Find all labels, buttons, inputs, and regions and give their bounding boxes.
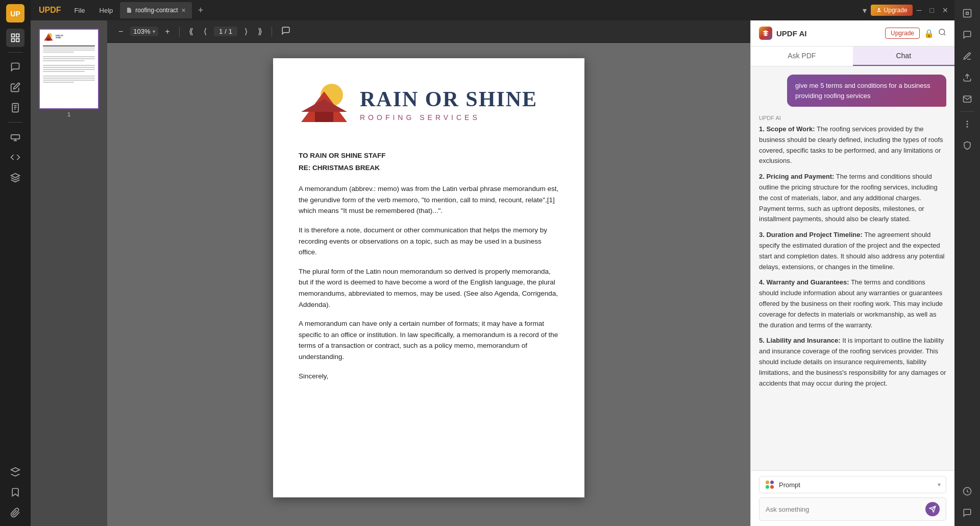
ai-upgrade-button[interactable]: Upgrade: [885, 28, 920, 39]
last-page-button[interactable]: ⟫: [255, 25, 265, 38]
far-icon-ai[interactable]: [958, 482, 976, 500]
far-icon-protect[interactable]: [958, 136, 976, 155]
prompt-label: Prompt: [779, 481, 934, 489]
svg-point-29: [967, 124, 968, 125]
tab-bar-right: ▾ Upgrade: [863, 5, 913, 16]
tab-bar-left: UPDF File Help: [35, 5, 118, 16]
ask-input-area: [759, 497, 946, 521]
svg-text:UP: UP: [10, 10, 20, 18]
memo-to: TO RAIN OR SHINE STAFF: [299, 150, 559, 161]
pdf-body: TO RAIN OR SHINE STAFF RE: CHRISTMAS BRE…: [299, 150, 559, 381]
far-icon-email[interactable]: [958, 90, 976, 108]
updf-logo: UPDF: [35, 6, 65, 15]
far-icon-sign[interactable]: [958, 47, 976, 65]
ai-tabs: Ask PDF Chat: [751, 46, 954, 66]
prompt-selector[interactable]: Prompt ▾: [759, 476, 946, 493]
ask-input[interactable]: [766, 506, 921, 513]
far-icon-more[interactable]: [958, 115, 976, 133]
tab-dropdown-icon[interactable]: ▾: [863, 6, 867, 15]
ai-message-body: 1. Scope of Work: The roofing services p…: [759, 124, 946, 389]
ai-header-right: Upgrade 🔒: [885, 28, 946, 39]
ai-lock-icon[interactable]: 🔒: [924, 29, 934, 38]
thumbnail-page-1: RAIN ORSHINE: [39, 29, 99, 109]
content-area: RAIN ORSHINE: [31, 20, 954, 526]
main-area: UPDF File Help roofing-contract ✕ + ▾ Up…: [31, 0, 954, 526]
svg-point-28: [967, 121, 968, 122]
maximize-button[interactable]: □: [928, 4, 936, 16]
company-name: RAIN OR SHINE: [360, 87, 537, 111]
paragraph-2: It is therefore a note, document or othe…: [299, 225, 559, 258]
far-icon-export[interactable]: [958, 4, 976, 22]
zoom-dropdown-icon[interactable]: ▾: [153, 29, 155, 34]
tab-ask-pdf[interactable]: Ask PDF: [751, 46, 853, 66]
prev-page-button[interactable]: ⟨: [201, 25, 210, 38]
tab-bar: UPDF File Help roofing-contract ✕ + ▾ Up…: [31, 0, 954, 20]
upgrade-btn-label: Upgrade: [884, 7, 908, 14]
pdf-toolbar: − 103% ▾ + ⟪ ⟨ 1 / 1 ⟩ ⟫: [107, 20, 750, 43]
tab-close-icon[interactable]: ✕: [181, 7, 186, 14]
ai-logo: UPDF AI: [759, 27, 806, 40]
ai-item3-title: 3. Duration and Project Timeline:: [759, 231, 863, 238]
tab-chat[interactable]: Chat: [853, 46, 955, 66]
zoom-in-button[interactable]: +: [162, 25, 173, 38]
pdf-document-area[interactable]: RAIN OR SHINE ROOFING SERVICES TO RAIN O…: [107, 43, 750, 526]
far-icon-chat[interactable]: [958, 504, 976, 522]
user-message: give me 5 terms and conditions for a bus…: [787, 75, 946, 107]
ask-send-button[interactable]: [925, 502, 940, 516]
sidebar-item-bookmark[interactable]: [6, 483, 24, 501]
svg-rect-17: [47, 38, 51, 41]
ai-chat-area[interactable]: give me 5 terms and conditions for a bus…: [751, 66, 954, 470]
tab-add-button[interactable]: +: [194, 3, 208, 18]
pdf-viewer: − 103% ▾ + ⟪ ⟨ 1 / 1 ⟩ ⟫: [107, 20, 750, 526]
left-sidebar: UP: [0, 0, 31, 526]
svg-point-30: [967, 127, 968, 128]
svg-rect-4: [12, 39, 15, 42]
toolbar-sep-2: [272, 27, 272, 37]
active-tab[interactable]: roofing-contract ✕: [120, 2, 191, 18]
far-right-sidebar: [954, 0, 980, 526]
svg-rect-2: [12, 34, 15, 37]
prompt-chevron-icon: ▾: [938, 481, 941, 488]
sidebar-item-pages[interactable]: [6, 99, 24, 117]
zoom-control[interactable]: 103% ▾: [130, 27, 158, 36]
sidebar-item-thumbnail[interactable]: [6, 29, 24, 47]
far-icon-comment[interactable]: [958, 26, 976, 44]
next-page-button[interactable]: ⟩: [241, 25, 251, 38]
ai-panel: UPDF AI Upgrade 🔒 Ask PDF Chat give me 5: [750, 20, 954, 526]
minimize-button[interactable]: ─: [915, 4, 924, 16]
thumbnail-panel: RAIN ORSHINE: [31, 20, 107, 526]
far-icon-upload[interactable]: [958, 68, 976, 87]
paragraph-1: A memorandum (abbrev.: memo) was from th…: [299, 183, 559, 217]
thumbnail-item-1[interactable]: RAIN ORSHINE: [39, 29, 99, 117]
sidebar-item-stamp[interactable]: [6, 128, 24, 146]
sidebar-item-layers2[interactable]: [6, 463, 24, 481]
sidebar-item-edit[interactable]: [6, 78, 24, 97]
svg-rect-5: [16, 39, 19, 42]
close-button[interactable]: ✕: [940, 4, 950, 16]
ai-title: UPDF AI: [776, 29, 806, 38]
comment-toolbar-button[interactable]: [278, 24, 293, 39]
page-total: 1: [229, 28, 232, 35]
ai-search-icon[interactable]: [938, 28, 946, 38]
ai-logo-icon: [759, 27, 772, 40]
thumbnail-page-number: 1: [67, 111, 70, 117]
sidebar-item-organize[interactable]: [6, 148, 24, 166]
prompt-dots-icon: [765, 480, 775, 490]
pdf-page-1: RAIN OR SHINE ROOFING SERVICES TO RAIN O…: [273, 58, 584, 497]
help-menu[interactable]: Help: [94, 5, 118, 16]
sidebar-item-layers[interactable]: [6, 169, 24, 187]
sidebar-item-comment[interactable]: [6, 58, 24, 76]
ai-response-item4: 4. Warranty and Guarantees: The terms an…: [759, 277, 946, 330]
paragraph-3: The plural form of the Latin noun memora…: [299, 266, 559, 310]
upgrade-button[interactable]: Upgrade: [871, 5, 913, 16]
tab-filename: roofing-contract: [135, 7, 178, 14]
sidebar-item-attachment[interactable]: [6, 504, 24, 522]
zoom-out-button[interactable]: −: [115, 25, 126, 38]
pdf-header: RAIN OR SHINE ROOFING SERVICES: [299, 84, 559, 130]
ai-response-item2: 2. Pricing and Payment: The terms and co…: [759, 172, 946, 225]
paragraph-5: Sincerely,: [299, 371, 559, 382]
first-page-button[interactable]: ⟪: [186, 25, 197, 38]
file-menu[interactable]: File: [69, 5, 90, 16]
svg-point-14: [878, 8, 880, 10]
svg-line-23: [944, 34, 945, 35]
